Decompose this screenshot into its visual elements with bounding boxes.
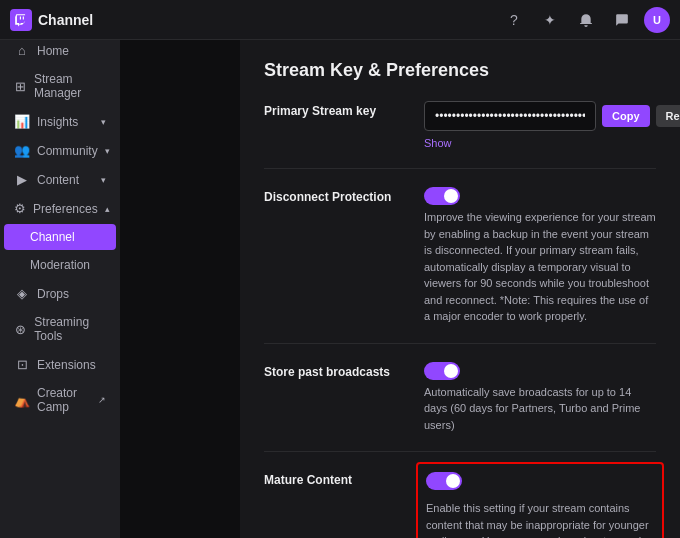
disconnect-protection-desc: Improve the viewing experience for your … [424,209,656,325]
topbar: Channel ? ✦ U [0,0,680,40]
sidebar-item-label: Creator Camp [37,386,91,414]
community-icon: 👥 [14,143,30,158]
extensions-icon: ⊡ [14,357,30,372]
content-icon: ▶ [14,172,30,187]
sidebar-item-extensions[interactable]: ⊡ Extensions [4,351,116,378]
sidebar-item-stream-manager[interactable]: ⊞ Stream Manager [4,66,116,106]
stream-manager-icon: ⊞ [14,79,27,94]
sidebar-item-streaming-tools[interactable]: ⊛ Streaming Tools [4,309,116,349]
sidebar-item-channel[interactable]: Channel [4,224,116,250]
stream-key-input[interactable] [424,101,596,131]
setting-disconnect-protection: Disconnect Protection Improve the viewin… [264,187,656,344]
prime-icon[interactable]: ✦ [536,6,564,34]
copy-button[interactable]: Copy [602,105,650,127]
preferences-icon: ⚙ [14,201,26,216]
sidebar-item-label: Stream Manager [34,72,106,100]
reset-button[interactable]: Reset [656,105,681,127]
sidebar-item-label: Streaming Tools [34,315,106,343]
help-icon[interactable]: ? [500,6,528,34]
sidebar-item-label: Drops [37,287,69,301]
sidebar-item-label: Insights [37,115,78,129]
setting-mature-content: Mature Content Enable this setting if yo… [264,470,656,538]
setting-label: Mature Content [264,473,352,487]
setting-store-past-broadcasts: Store past broadcasts Automatically save… [264,362,656,453]
sidebar: CREATOR DASHBOARD ← ⌂ Home ⊞ Stream Mana… [0,0,120,538]
sidebar-item-insights[interactable]: 📊 Insights ▾ [4,108,116,135]
sidebar-item-label: Community [37,144,98,158]
home-icon: ⌂ [14,43,30,58]
insights-icon: 📊 [14,114,30,129]
sidebar-item-content[interactable]: ▶ Content ▾ [4,166,116,193]
setting-label: Store past broadcasts [264,365,390,379]
sidebar-item-label: Preferences [33,202,98,216]
chevron-down-icon: ▾ [101,175,106,185]
sidebar-item-home[interactable]: ⌂ Home [4,37,116,64]
setting-primary-stream-key: Primary Stream key Copy Reset Show [264,101,656,169]
setting-label: Disconnect Protection [264,190,391,204]
topbar-logo: Channel [10,9,93,31]
sidebar-item-drops[interactable]: ◈ Drops [4,280,116,307]
sidebar-item-label: Content [37,173,79,187]
streaming-tools-icon: ⊛ [14,322,27,337]
chevron-up-icon: ▴ [105,204,110,214]
notifications-icon[interactable] [572,6,600,34]
topbar-icons: ? ✦ U [500,6,670,34]
sidebar-item-label: Channel [30,230,75,244]
chevron-down-icon: ▾ [101,117,106,127]
sidebar-item-label: Moderation [30,258,90,272]
sidebar-item-creator-camp[interactable]: ⛺ Creator Camp ↗ [4,380,116,420]
toggle-desc-row [424,187,656,205]
store-past-broadcasts-desc: Automatically save broadcasts for up to … [424,384,656,434]
sidebar-item-moderation[interactable]: Moderation [4,252,116,278]
mature-content-desc: Enable this setting if your stream conta… [426,500,654,538]
store-past-broadcasts-toggle[interactable] [424,362,460,380]
setting-label: Primary Stream key [264,104,376,118]
sidebar-item-preferences[interactable]: ⚙ Preferences ▴ [4,195,116,222]
sidebar-item-community[interactable]: 👥 Community ▾ [4,137,116,164]
app-layout: Channel ? ✦ U CREATOR DASHBOARD ← ⌂ Home… [0,0,680,538]
mature-content-toggle[interactable] [426,472,462,490]
show-link[interactable]: Show [424,137,452,149]
disconnect-protection-toggle[interactable] [424,187,460,205]
topbar-title: Channel [38,12,93,28]
drops-icon: ◈ [14,286,30,301]
sidebar-item-label: Extensions [37,358,96,372]
twitch-icon [10,9,32,31]
mature-content-wrapper: Enable this setting if your stream conta… [416,462,664,538]
chat-icon[interactable] [608,6,636,34]
main-content: Stream Key & Preferences Primary Stream … [240,40,680,538]
chevron-down-icon: ▾ [105,146,110,156]
page-title: Stream Key & Preferences [264,60,656,81]
sidebar-item-label: Home [37,44,69,58]
avatar[interactable]: U [644,7,670,33]
stream-key-row: Copy Reset [424,101,680,131]
external-link-icon: ↗ [98,395,106,405]
creator-camp-icon: ⛺ [14,393,30,408]
